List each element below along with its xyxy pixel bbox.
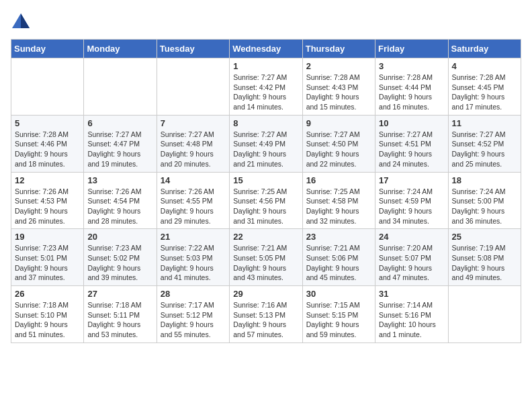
day-info: Sunrise: 7:21 AM Sunset: 5:06 PM Dayligh… <box>306 243 371 283</box>
day-info: Sunrise: 7:27 AM Sunset: 4:51 PM Dayligh… <box>379 130 444 169</box>
page-header <box>11 11 521 31</box>
day-info: Sunrise: 7:26 AM Sunset: 4:55 PM Dayligh… <box>161 187 226 226</box>
calendar-cell: 4Sunrise: 7:28 AM Sunset: 4:45 PM Daylig… <box>448 58 521 116</box>
calendar-cell: 8Sunrise: 7:27 AM Sunset: 4:49 PM Daylig… <box>230 115 302 172</box>
calendar-cell: 30Sunrise: 7:15 AM Sunset: 5:15 PM Dayli… <box>302 286 375 343</box>
calendar-week-row: 12Sunrise: 7:26 AM Sunset: 4:53 PM Dayli… <box>11 172 521 229</box>
weekday-header-wednesday: Wednesday <box>230 40 302 58</box>
day-number: 20 <box>87 232 152 242</box>
day-info: Sunrise: 7:23 AM Sunset: 5:02 PM Dayligh… <box>87 243 152 283</box>
day-info: Sunrise: 7:22 AM Sunset: 5:03 PM Dayligh… <box>161 243 226 283</box>
day-info: Sunrise: 7:25 AM Sunset: 4:56 PM Dayligh… <box>233 187 298 226</box>
calendar-week-row: 5Sunrise: 7:28 AM Sunset: 4:46 PM Daylig… <box>11 115 521 172</box>
calendar-cell: 3Sunrise: 7:28 AM Sunset: 4:44 PM Daylig… <box>375 58 448 116</box>
day-number: 28 <box>161 289 226 299</box>
day-number: 27 <box>87 289 152 299</box>
calendar-cell: 6Sunrise: 7:27 AM Sunset: 4:47 PM Daylig… <box>84 115 157 172</box>
day-number: 18 <box>452 175 517 185</box>
calendar-table: SundayMondayTuesdayWednesdayThursdayFrid… <box>11 39 521 343</box>
calendar-cell: 28Sunrise: 7:17 AM Sunset: 5:12 PM Dayli… <box>157 286 229 343</box>
day-number: 14 <box>161 175 226 185</box>
calendar-cell <box>11 58 84 116</box>
day-info: Sunrise: 7:14 AM Sunset: 5:16 PM Dayligh… <box>379 300 444 340</box>
calendar-cell: 31Sunrise: 7:14 AM Sunset: 5:16 PM Dayli… <box>375 286 448 343</box>
calendar-week-row: 19Sunrise: 7:23 AM Sunset: 5:01 PM Dayli… <box>11 229 521 286</box>
day-number: 17 <box>379 175 444 185</box>
day-number: 24 <box>379 232 444 242</box>
calendar-cell <box>157 58 229 116</box>
day-info: Sunrise: 7:28 AM Sunset: 4:43 PM Dayligh… <box>306 73 371 112</box>
calendar-cell: 20Sunrise: 7:23 AM Sunset: 5:02 PM Dayli… <box>84 229 157 286</box>
calendar-cell: 17Sunrise: 7:24 AM Sunset: 4:59 PM Dayli… <box>375 172 448 229</box>
day-number: 21 <box>161 232 226 242</box>
day-number: 15 <box>233 175 298 185</box>
calendar-cell <box>84 58 157 116</box>
calendar-cell: 13Sunrise: 7:26 AM Sunset: 4:54 PM Dayli… <box>84 172 157 229</box>
day-number: 10 <box>379 118 444 128</box>
calendar-cell: 14Sunrise: 7:26 AM Sunset: 4:55 PM Dayli… <box>157 172 229 229</box>
day-number: 25 <box>452 232 517 242</box>
weekday-header-sunday: Sunday <box>11 40 84 58</box>
day-number: 22 <box>233 232 298 242</box>
calendar-cell: 11Sunrise: 7:27 AM Sunset: 4:52 PM Dayli… <box>448 115 521 172</box>
calendar-cell: 5Sunrise: 7:28 AM Sunset: 4:46 PM Daylig… <box>11 115 84 172</box>
calendar-cell: 26Sunrise: 7:18 AM Sunset: 5:10 PM Dayli… <box>11 286 84 343</box>
day-number: 19 <box>15 232 80 242</box>
calendar-week-row: 26Sunrise: 7:18 AM Sunset: 5:10 PM Dayli… <box>11 286 521 343</box>
day-number: 13 <box>87 175 152 185</box>
day-info: Sunrise: 7:23 AM Sunset: 5:01 PM Dayligh… <box>15 243 80 283</box>
calendar-cell: 1Sunrise: 7:27 AM Sunset: 4:42 PM Daylig… <box>230 58 302 116</box>
day-info: Sunrise: 7:18 AM Sunset: 5:10 PM Dayligh… <box>15 300 80 340</box>
day-info: Sunrise: 7:24 AM Sunset: 5:00 PM Dayligh… <box>452 187 517 226</box>
day-number: 6 <box>87 118 152 128</box>
day-info: Sunrise: 7:21 AM Sunset: 5:05 PM Dayligh… <box>233 243 298 283</box>
weekday-header-monday: Monday <box>84 40 157 58</box>
day-number: 31 <box>379 289 444 299</box>
day-info: Sunrise: 7:27 AM Sunset: 4:50 PM Dayligh… <box>306 130 371 169</box>
calendar-cell: 18Sunrise: 7:24 AM Sunset: 5:00 PM Dayli… <box>448 172 521 229</box>
day-info: Sunrise: 7:26 AM Sunset: 4:53 PM Dayligh… <box>15 187 80 226</box>
weekday-header-row: SundayMondayTuesdayWednesdayThursdayFrid… <box>11 40 521 58</box>
calendar-cell: 19Sunrise: 7:23 AM Sunset: 5:01 PM Dayli… <box>11 229 84 286</box>
day-info: Sunrise: 7:18 AM Sunset: 5:11 PM Dayligh… <box>87 300 152 340</box>
svg-marker-1 <box>21 13 30 28</box>
day-number: 2 <box>306 61 371 71</box>
day-info: Sunrise: 7:25 AM Sunset: 4:58 PM Dayligh… <box>306 187 371 226</box>
weekday-header-thursday: Thursday <box>302 40 375 58</box>
calendar-cell: 25Sunrise: 7:19 AM Sunset: 5:08 PM Dayli… <box>448 229 521 286</box>
day-number: 8 <box>233 118 298 128</box>
day-info: Sunrise: 7:27 AM Sunset: 4:42 PM Dayligh… <box>233 73 298 112</box>
day-number: 29 <box>233 289 298 299</box>
day-info: Sunrise: 7:19 AM Sunset: 5:08 PM Dayligh… <box>452 243 517 283</box>
weekday-header-friday: Friday <box>375 40 448 58</box>
day-number: 4 <box>452 61 517 71</box>
day-info: Sunrise: 7:27 AM Sunset: 4:47 PM Dayligh… <box>87 130 152 169</box>
day-number: 12 <box>15 175 80 185</box>
day-number: 9 <box>306 118 371 128</box>
calendar-cell: 29Sunrise: 7:16 AM Sunset: 5:13 PM Dayli… <box>230 286 302 343</box>
calendar-cell <box>448 286 521 343</box>
calendar-cell: 27Sunrise: 7:18 AM Sunset: 5:11 PM Dayli… <box>84 286 157 343</box>
calendar-week-row: 1Sunrise: 7:27 AM Sunset: 4:42 PM Daylig… <box>11 58 521 116</box>
day-info: Sunrise: 7:27 AM Sunset: 4:52 PM Dayligh… <box>452 130 517 169</box>
day-info: Sunrise: 7:24 AM Sunset: 4:59 PM Dayligh… <box>379 187 444 226</box>
day-info: Sunrise: 7:15 AM Sunset: 5:15 PM Dayligh… <box>306 300 371 340</box>
calendar-cell: 2Sunrise: 7:28 AM Sunset: 4:43 PM Daylig… <box>302 58 375 116</box>
day-number: 7 <box>161 118 226 128</box>
day-number: 3 <box>379 61 444 71</box>
day-info: Sunrise: 7:20 AM Sunset: 5:07 PM Dayligh… <box>379 243 444 283</box>
calendar-cell: 10Sunrise: 7:27 AM Sunset: 4:51 PM Dayli… <box>375 115 448 172</box>
day-number: 26 <box>15 289 80 299</box>
day-info: Sunrise: 7:28 AM Sunset: 4:46 PM Dayligh… <box>15 130 80 169</box>
day-info: Sunrise: 7:28 AM Sunset: 4:45 PM Dayligh… <box>452 73 517 112</box>
day-number: 16 <box>306 175 371 185</box>
day-info: Sunrise: 7:16 AM Sunset: 5:13 PM Dayligh… <box>233 300 298 340</box>
day-number: 23 <box>306 232 371 242</box>
logo-icon <box>11 11 31 31</box>
day-info: Sunrise: 7:27 AM Sunset: 4:48 PM Dayligh… <box>161 130 226 169</box>
day-number: 11 <box>452 118 517 128</box>
day-info: Sunrise: 7:17 AM Sunset: 5:12 PM Dayligh… <box>161 300 226 340</box>
day-number: 1 <box>233 61 298 71</box>
calendar-cell: 24Sunrise: 7:20 AM Sunset: 5:07 PM Dayli… <box>375 229 448 286</box>
calendar-cell: 15Sunrise: 7:25 AM Sunset: 4:56 PM Dayli… <box>230 172 302 229</box>
